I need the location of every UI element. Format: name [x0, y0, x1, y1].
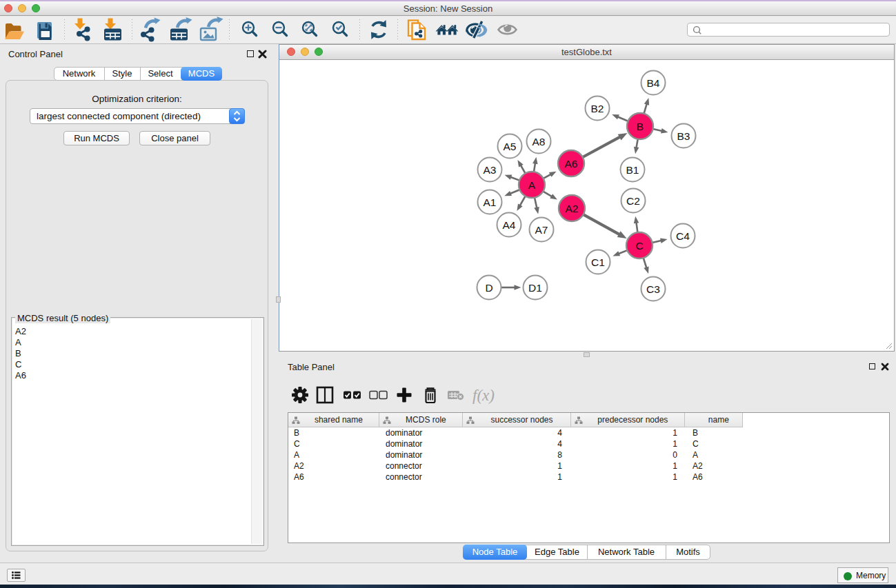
svg-text:B: B	[637, 121, 644, 132]
svg-text:B4: B4	[647, 77, 660, 89]
svg-text:C3: C3	[646, 283, 660, 295]
svg-text:C: C	[635, 240, 643, 252]
svg-text:C2: C2	[626, 195, 640, 207]
svg-text:A1: A1	[484, 196, 497, 208]
svg-text:D1: D1	[528, 282, 542, 294]
svg-text:A6: A6	[565, 158, 578, 170]
svg-text:A4: A4	[503, 219, 516, 231]
svg-text:C1: C1	[591, 256, 605, 268]
svg-text:B2: B2	[591, 103, 604, 114]
svg-text:B3: B3	[677, 130, 690, 142]
svg-text:A8: A8	[532, 136, 546, 148]
svg-text:C4: C4	[676, 230, 690, 242]
svg-text:A2: A2	[566, 203, 579, 214]
svg-text:A3: A3	[484, 164, 497, 176]
svg-text:D: D	[485, 282, 492, 294]
svg-text:B1: B1	[626, 164, 639, 176]
svg-text:f(x): f(x)	[472, 387, 495, 404]
svg-text:A: A	[528, 179, 536, 191]
svg-text:A5: A5	[504, 141, 517, 152]
svg-text:A7: A7	[535, 224, 548, 236]
